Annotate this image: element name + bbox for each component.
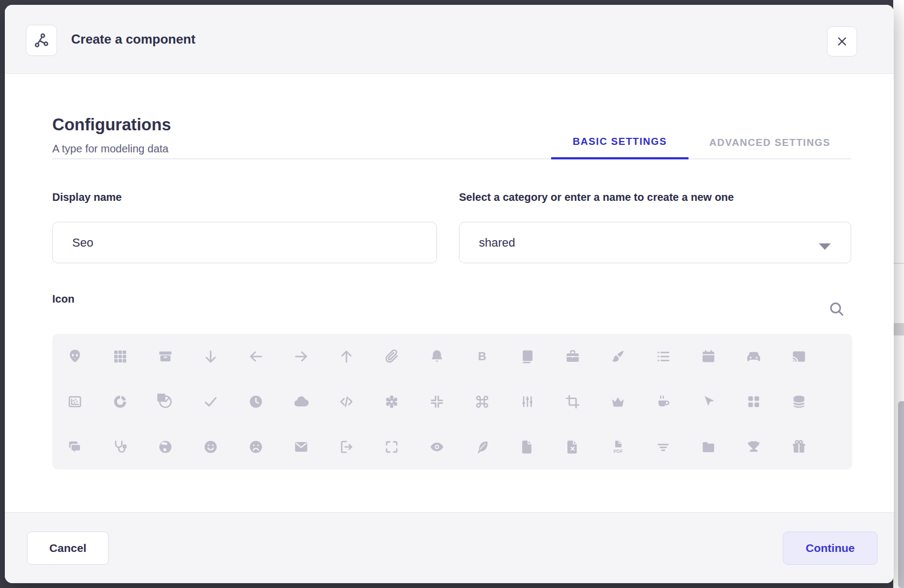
icon-archive[interactable] <box>143 334 188 379</box>
chevron-down-icon <box>818 240 831 254</box>
icon-bell[interactable] <box>414 334 460 379</box>
icon-picker-label: Icon <box>52 293 74 305</box>
icon-book[interactable] <box>505 334 550 379</box>
icon-command[interactable] <box>460 379 505 424</box>
icon-grid-2x2[interactable] <box>731 379 776 424</box>
icon-crown[interactable] <box>595 379 641 424</box>
icon-feather[interactable] <box>460 424 505 470</box>
icon-comments[interactable] <box>52 424 98 470</box>
background-block <box>893 323 904 335</box>
modal-body: Configurations A type for modeling data … <box>5 74 894 512</box>
modal-footer: Cancel Continue <box>5 512 894 583</box>
display-name-input[interactable]: Seo <box>52 222 437 263</box>
icon-check[interactable] <box>188 379 233 424</box>
tab-basic-settings[interactable]: BASIC SETTINGS <box>551 126 689 159</box>
icon-arrow-right[interactable] <box>279 334 324 379</box>
icon-chart-donut[interactable] <box>98 379 143 424</box>
icon-brush[interactable] <box>595 334 641 379</box>
icon-code[interactable] <box>324 379 369 424</box>
category-select[interactable]: shared <box>459 222 851 263</box>
page-scrollbar[interactable] <box>898 401 904 588</box>
icon-expand[interactable] <box>369 424 414 470</box>
search-icon[interactable] <box>828 300 845 320</box>
icon-stethoscope[interactable] <box>98 424 143 470</box>
icon-calendar[interactable] <box>686 334 731 379</box>
cancel-button[interactable]: Cancel <box>27 531 109 565</box>
icon-alien[interactable] <box>52 334 98 379</box>
svg-text:B: B <box>478 350 486 363</box>
section-heading: Configurations <box>52 115 171 135</box>
icon-compress[interactable] <box>414 379 460 424</box>
close-icon[interactable] <box>827 26 857 57</box>
icon-grid: BPDF <box>52 334 852 470</box>
icon-eye[interactable] <box>414 424 460 470</box>
icon-paperclip[interactable] <box>369 334 414 379</box>
icon-folder[interactable] <box>686 424 731 470</box>
component-icon <box>26 25 57 56</box>
icon-crop[interactable] <box>550 379 595 424</box>
icon-grid-row <box>52 379 852 424</box>
icon-cloud[interactable] <box>279 379 324 424</box>
icon-chart-scatter[interactable] <box>52 379 98 424</box>
icon-cast[interactable] <box>776 334 822 379</box>
icon-filter[interactable] <box>641 424 686 470</box>
icon-bold[interactable]: B <box>460 334 505 379</box>
icon-file-x[interactable] <box>550 424 595 470</box>
icon-arrow-up[interactable] <box>324 334 369 379</box>
modal-title: Create a component <box>71 5 196 74</box>
icon-frown[interactable] <box>233 424 279 470</box>
modal-header: Create a component <box>5 5 894 74</box>
icon-clock[interactable] <box>233 379 279 424</box>
icon-logout[interactable] <box>324 424 369 470</box>
icon-grid-row: B <box>52 334 852 379</box>
category-label: Select a category or enter a name to cre… <box>459 191 734 204</box>
tab-advanced-settings[interactable]: ADVANCED SETTINGS <box>689 126 851 159</box>
icon-cursor[interactable] <box>686 379 731 424</box>
icon-cog[interactable] <box>369 379 414 424</box>
section-subheading: A type for modeling data <box>52 143 169 155</box>
create-component-modal: Create a component Configurations A type… <box>5 5 894 583</box>
icon-bullet-list[interactable] <box>641 334 686 379</box>
icon-earth[interactable] <box>143 424 188 470</box>
icon-sliders[interactable] <box>505 379 550 424</box>
icon-arrow-down[interactable] <box>188 334 233 379</box>
icon-grid-row: PDF <box>52 424 852 470</box>
icon-gift[interactable] <box>776 424 822 470</box>
icon-file-pdf[interactable]: PDF <box>595 424 641 470</box>
icon-car[interactable] <box>731 334 776 379</box>
icon-smile[interactable] <box>188 424 233 470</box>
icon-chart-pie[interactable] <box>143 379 188 424</box>
background-page-strip <box>893 0 904 588</box>
continue-button[interactable]: Continue <box>783 531 878 565</box>
icon-briefcase[interactable] <box>550 334 595 379</box>
icon-trophy[interactable] <box>731 424 776 470</box>
background-divider <box>893 263 904 264</box>
svg-text:PDF: PDF <box>614 449 623 454</box>
icon-grid-3x3[interactable] <box>98 334 143 379</box>
display-name-label: Display name <box>52 191 122 204</box>
icon-file[interactable] <box>505 424 550 470</box>
icon-envelope[interactable] <box>279 424 324 470</box>
icon-arrow-left[interactable] <box>233 334 279 379</box>
icon-database[interactable] <box>776 379 822 424</box>
icon-coffee[interactable] <box>641 379 686 424</box>
category-selected-value: shared <box>479 236 515 250</box>
